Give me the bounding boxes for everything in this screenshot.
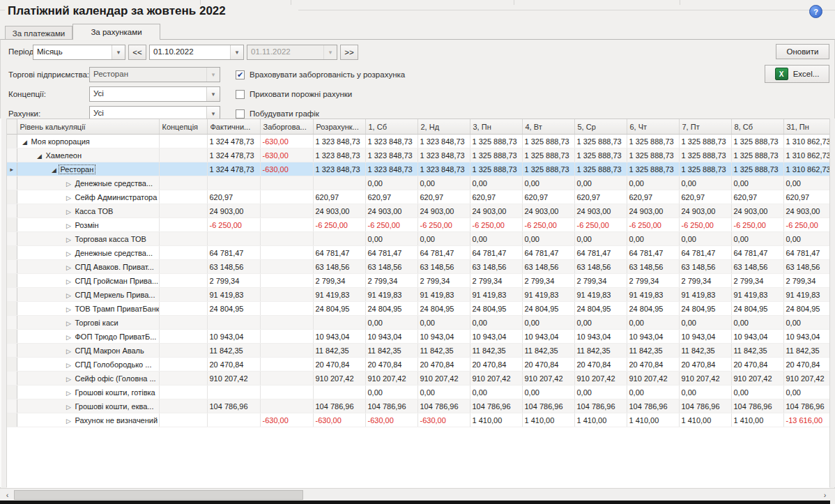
value-cell[interactable]: 20 470,84: [313, 358, 365, 372]
value-cell[interactable]: 104 786,96: [679, 399, 731, 413]
value-cell[interactable]: 2 799,34: [365, 274, 418, 288]
table-row[interactable]: ◢Хамелеон1 324 478,73-630,001 323 848,73…: [7, 148, 829, 162]
value-cell[interactable]: 0,00: [731, 176, 783, 190]
value-cell[interactable]: [159, 399, 207, 413]
value-cell[interactable]: 1 310 862,73: [783, 135, 829, 148]
value-cell[interactable]: 104 786,96: [313, 399, 365, 413]
value-cell[interactable]: 10 943,04: [418, 330, 470, 344]
value-cell[interactable]: 104 786,96: [627, 399, 679, 413]
value-cell[interactable]: 620,97: [627, 190, 679, 204]
chevron-down-icon[interactable]: ▾: [206, 87, 220, 101]
value-cell[interactable]: 11 842,35: [731, 344, 783, 358]
value-cell[interactable]: 1 325 888,73: [679, 162, 731, 176]
help-icon[interactable]: ?: [809, 5, 822, 18]
expand-icon[interactable]: ▷: [64, 264, 74, 271]
period-select[interactable]: Місяць ▾: [33, 45, 125, 60]
value-cell[interactable]: 24 804,95: [783, 302, 829, 316]
row-indicator[interactable]: [7, 232, 17, 246]
value-cell[interactable]: 11 842,35: [470, 344, 522, 358]
account-cell[interactable]: ▷Розмін: [17, 218, 159, 232]
value-cell[interactable]: -6 250,00: [679, 218, 731, 232]
value-cell[interactable]: -630,00: [418, 413, 470, 427]
value-cell[interactable]: [260, 190, 313, 204]
value-cell[interactable]: 0,00: [365, 232, 418, 246]
value-cell[interactable]: 1 325 888,73: [731, 135, 783, 148]
value-cell[interactable]: 104 786,96: [470, 399, 522, 413]
column-header[interactable]: Розрахунк...: [313, 119, 365, 135]
value-cell[interactable]: 1 323 848,73: [313, 135, 365, 148]
value-cell[interactable]: 910 207,42: [731, 372, 783, 385]
value-cell[interactable]: [159, 162, 207, 176]
value-cell[interactable]: 620,97: [313, 190, 365, 204]
column-header[interactable]: 2, Нд: [418, 119, 470, 135]
value-cell[interactable]: -6 250,00: [418, 218, 470, 232]
value-cell[interactable]: 0,00: [470, 232, 522, 246]
value-cell[interactable]: 1 325 888,73: [731, 162, 783, 176]
value-cell[interactable]: 11 842,35: [679, 344, 731, 358]
value-cell[interactable]: 24 804,95: [418, 302, 470, 316]
value-cell[interactable]: 1 325 888,73: [522, 148, 574, 162]
vertical-scrollbar[interactable]: [829, 119, 835, 487]
value-cell[interactable]: 910 207,42: [313, 372, 365, 385]
value-cell[interactable]: 11 842,35: [627, 344, 679, 358]
value-cell[interactable]: 0,00: [679, 176, 731, 190]
column-header[interactable]: 8, Сб: [731, 119, 783, 135]
row-indicator[interactable]: [7, 135, 17, 148]
date-from-select[interactable]: 01.10.2022 ▾: [149, 45, 244, 60]
value-cell[interactable]: 0,00: [522, 385, 574, 399]
value-cell[interactable]: 24 804,95: [731, 302, 783, 316]
value-cell[interactable]: 91 419,83: [522, 288, 574, 302]
collapse-icon[interactable]: ◢: [49, 167, 59, 174]
value-cell[interactable]: 0,00: [470, 176, 522, 190]
table-row[interactable]: ▷ТОВ Трамп ПриватБанк24 804,9524 804,952…: [7, 302, 829, 316]
value-cell[interactable]: 1 323 848,73: [418, 148, 470, 162]
value-cell[interactable]: 0,00: [522, 232, 574, 246]
row-indicator[interactable]: [7, 204, 17, 218]
value-cell[interactable]: 1 323 848,73: [418, 162, 470, 176]
row-indicator[interactable]: [7, 288, 17, 302]
value-cell[interactable]: 24 804,95: [470, 302, 522, 316]
value-cell[interactable]: 104 786,96: [207, 399, 260, 413]
value-cell[interactable]: 620,97: [418, 190, 470, 204]
value-cell[interactable]: 0,00: [365, 385, 418, 399]
value-cell[interactable]: 24 804,95: [313, 302, 365, 316]
value-cell[interactable]: [260, 358, 313, 372]
row-indicator[interactable]: [7, 316, 17, 330]
value-cell[interactable]: 63 148,56: [418, 260, 470, 274]
row-indicator[interactable]: [7, 358, 17, 372]
value-cell[interactable]: 1 323 848,73: [418, 135, 470, 148]
scroll-left-icon[interactable]: ‹: [3, 491, 12, 499]
value-cell[interactable]: 1 325 888,73: [627, 148, 679, 162]
value-cell[interactable]: 11 842,35: [418, 344, 470, 358]
value-cell[interactable]: 64 781,47: [418, 246, 470, 260]
value-cell[interactable]: 0,00: [783, 316, 829, 330]
value-cell[interactable]: 63 148,56: [783, 260, 829, 274]
row-indicator[interactable]: [7, 413, 17, 427]
value-cell[interactable]: 1 324 478,73: [207, 148, 260, 162]
value-cell[interactable]: 24 903,00: [418, 204, 470, 218]
value-cell[interactable]: 20 470,84: [470, 358, 522, 372]
value-cell[interactable]: [207, 316, 260, 330]
account-cell[interactable]: ▷ФОП Трюдо ПриватБ...: [17, 330, 159, 344]
value-cell[interactable]: 0,00: [783, 176, 829, 190]
row-indicator[interactable]: [7, 246, 17, 260]
value-cell[interactable]: 20 470,84: [783, 358, 829, 372]
row-indicator[interactable]: [7, 385, 17, 399]
value-cell[interactable]: 104 786,96: [365, 399, 418, 413]
value-cell[interactable]: [313, 232, 365, 246]
table-row[interactable]: ▷Грошові кошти, еква...104 786,96104 786…: [7, 399, 829, 413]
value-cell[interactable]: 1 410,00: [470, 413, 522, 427]
account-cell[interactable]: ▷Сейф офіс (Головна ...: [17, 372, 159, 385]
table-row[interactable]: ▷СПД Макрон Аваль11 842,3511 842,3511 84…: [7, 344, 829, 358]
value-cell[interactable]: 24 804,95: [522, 302, 574, 316]
value-cell[interactable]: 910 207,42: [627, 372, 679, 385]
column-header[interactable]: 4, Вт: [522, 119, 574, 135]
value-cell[interactable]: 1 325 888,73: [522, 162, 574, 176]
value-cell[interactable]: 2 799,34: [783, 274, 829, 288]
value-cell[interactable]: 1 325 888,73: [470, 135, 522, 148]
value-cell[interactable]: 0,00: [627, 316, 679, 330]
value-cell[interactable]: [159, 316, 207, 330]
expand-icon[interactable]: ▷: [64, 320, 74, 327]
value-cell[interactable]: 2 799,34: [207, 274, 260, 288]
column-header[interactable]: 7, Пт: [679, 119, 731, 135]
